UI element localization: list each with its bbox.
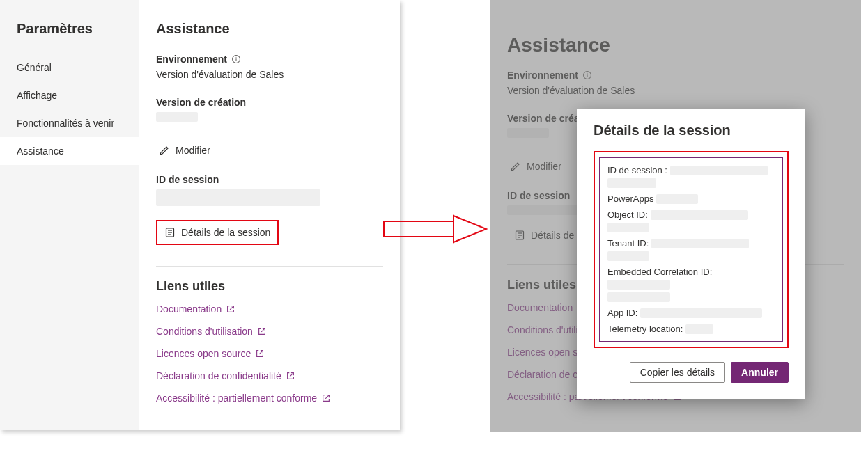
copy-details-button[interactable]: Copier les détails — [630, 362, 725, 383]
settings-sidebar: Paramètres Général Affichage Fonctionnal… — [0, 0, 139, 430]
svg-line-9 — [259, 351, 263, 354]
settings-content: Assistance Environnement Version d'évalu… — [139, 0, 400, 430]
version-label: Version de création — [156, 97, 383, 108]
session-details-content: ID de session : PowerApps Object ID: — [599, 157, 783, 342]
modify-button[interactable]: Modifier — [156, 141, 213, 160]
link-documentation[interactable]: Documentation — [156, 303, 383, 315]
link-accessibility[interactable]: Accessibilité : partiellement conforme — [156, 393, 383, 404]
details-icon — [164, 227, 176, 238]
environment-value: Version d'évaluation de Sales — [156, 69, 383, 80]
modal-actions: Copier les détails Annuler — [594, 362, 789, 383]
link-terms[interactable]: Conditions d'utilisation — [156, 326, 383, 337]
detail-row-telemetry: Telemetry location: — [607, 324, 775, 334]
svg-line-11 — [325, 395, 329, 399]
sidebar-item-affichage[interactable]: Affichage — [0, 81, 139, 109]
external-link-icon — [255, 349, 265, 358]
external-link-icon — [257, 326, 267, 336]
session-id-label: ID de session — [156, 174, 383, 185]
useful-links-title: Liens utiles — [156, 279, 383, 294]
session-id-value — [156, 189, 320, 206]
svg-point-2 — [235, 57, 236, 58]
detail-row-correlation-id: Embedded Correlation ID: — [607, 267, 775, 290]
environment-label: Environnement — [156, 54, 383, 65]
session-details-highlight: Détails de la session — [156, 220, 279, 245]
detail-row-session-id: ID de session : — [607, 165, 775, 175]
detail-row-tenant-id: Tenant ID: — [607, 238, 775, 248]
session-details-button[interactable]: Détails de la session — [163, 224, 272, 241]
sidebar-item-general[interactable]: Général — [0, 54, 139, 81]
detail-row-object-id: Object ID: — [607, 209, 775, 220]
sidebar-item-assistance[interactable]: Assistance — [0, 137, 139, 165]
external-link-icon — [226, 304, 235, 314]
link-oss-licenses[interactable]: Licences open source — [156, 348, 383, 359]
modal-title: Détails de la session — [594, 122, 789, 139]
external-link-icon — [321, 393, 331, 403]
detail-row-app-id: App ID: — [607, 308, 775, 318]
pencil-icon — [159, 145, 170, 156]
svg-line-10 — [290, 373, 293, 377]
svg-line-8 — [261, 329, 265, 332]
link-privacy[interactable]: Déclaration de confidentialité — [156, 370, 383, 381]
info-icon — [231, 54, 241, 64]
settings-panel-left: Paramètres Général Affichage Fonctionnal… — [0, 0, 400, 430]
svg-line-7 — [230, 306, 233, 310]
session-details-modal: Détails de la session ID de session : Po… — [577, 109, 805, 399]
settings-panel-right: Assistance Environnement Version d'évalu… — [490, 0, 861, 432]
version-value — [156, 112, 383, 124]
sidebar-item-upcoming[interactable]: Fonctionnalités à venir — [0, 109, 139, 137]
page-title: Assistance — [156, 21, 383, 37]
detail-row-powerapps: PowerApps — [607, 193, 775, 204]
session-details-highlight-box: ID de session : PowerApps Object ID: — [594, 151, 789, 348]
external-link-icon — [286, 371, 295, 381]
sidebar-title: Paramètres — [0, 21, 139, 54]
cancel-button[interactable]: Annuler — [731, 362, 789, 383]
svg-marker-13 — [454, 216, 486, 242]
section-divider — [156, 266, 383, 267]
